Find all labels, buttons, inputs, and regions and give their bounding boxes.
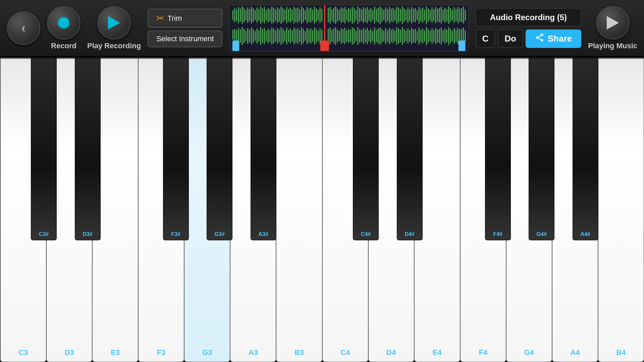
svg-rect-103 (428, 8, 429, 22)
svg-rect-69 (365, 8, 366, 21)
trim-label: Trim (167, 14, 182, 23)
svg-rect-46 (318, 10, 319, 20)
svg-rect-190 (359, 29, 360, 43)
key-C4s[interactable]: C4# (353, 58, 379, 240)
record-button-group: Record (47, 6, 80, 50)
svg-rect-6 (244, 8, 245, 22)
svg-rect-40 (307, 7, 308, 23)
svg-rect-123 (465, 9, 466, 20)
svg-rect-179 (339, 31, 340, 41)
note-do-badge: Do (498, 29, 523, 48)
svg-rect-57 (343, 8, 344, 22)
svg-rect-47 (320, 7, 321, 23)
key-B4[interactable]: B4 (598, 58, 644, 362)
record-button[interactable] (47, 6, 80, 40)
svg-rect-117 (454, 7, 455, 23)
svg-rect-118 (455, 9, 457, 21)
svg-rect-21 (271, 6, 272, 23)
key-A4s[interactable]: A4# (573, 58, 598, 240)
svg-rect-188 (356, 31, 357, 41)
svg-rect-131 (246, 31, 247, 41)
share-button[interactable]: Share (526, 29, 581, 48)
svg-rect-33 (294, 6, 295, 23)
svg-rect-159 (298, 28, 299, 44)
key-C3s[interactable]: C3# (31, 58, 57, 240)
svg-rect-106 (433, 9, 434, 21)
svg-rect-172 (321, 29, 322, 42)
svg-rect-150 (281, 27, 282, 45)
svg-rect-206 (389, 28, 390, 44)
select-instrument-label: Select Instrument (156, 35, 214, 43)
svg-rect-213 (402, 27, 403, 45)
svg-rect-129 (242, 27, 243, 45)
svg-rect-169 (316, 29, 317, 43)
svg-rect-165 (309, 29, 310, 42)
svg-rect-44 (314, 6, 315, 23)
svg-rect-114 (448, 6, 449, 23)
select-instrument-button[interactable]: Select Instrument (148, 31, 222, 47)
svg-rect-133 (249, 29, 250, 42)
svg-rect-86 (396, 6, 397, 23)
svg-rect-220 (415, 28, 416, 43)
svg-rect-119 (458, 7, 459, 23)
svg-rect-32 (292, 9, 293, 20)
svg-rect-177 (335, 27, 336, 45)
svg-point-252 (541, 34, 543, 36)
svg-rect-143 (268, 28, 269, 43)
svg-rect-250 (232, 40, 239, 51)
svg-rect-145 (271, 27, 272, 45)
svg-rect-58 (344, 7, 345, 23)
key-A3s[interactable]: A3# (251, 58, 276, 240)
share-label: Share (548, 34, 572, 44)
play-recording-button[interactable] (97, 6, 131, 40)
key-D3s[interactable]: D3# (75, 58, 101, 240)
svg-rect-126 (236, 30, 237, 42)
svg-rect-175 (331, 30, 332, 42)
svg-rect-194 (367, 28, 368, 44)
key-F3s[interactable]: F3# (163, 58, 189, 240)
key-B3[interactable]: B3 (276, 58, 322, 362)
svg-rect-208 (393, 28, 394, 43)
svg-rect-132 (247, 28, 248, 44)
svg-rect-136 (255, 31, 256, 41)
waveform-display[interactable] (229, 5, 469, 52)
svg-rect-157 (294, 27, 295, 45)
svg-rect-139 (260, 27, 261, 45)
svg-rect-71 (369, 9, 370, 20)
svg-rect-60 (348, 8, 349, 22)
svg-rect-134 (251, 27, 252, 45)
svg-rect-186 (352, 27, 353, 45)
svg-rect-49 (328, 8, 329, 22)
svg-rect-148 (277, 28, 278, 44)
svg-rect-61 (350, 9, 351, 21)
svg-rect-193 (365, 29, 366, 42)
svg-rect-50 (330, 6, 331, 23)
key-F4s[interactable]: F4# (485, 58, 511, 240)
audio-recording-panel: Audio Recording (5) C Do Share (476, 8, 582, 48)
trim-button[interactable]: ✂ Trim (148, 9, 222, 28)
svg-rect-108 (437, 8, 438, 21)
svg-rect-1 (234, 8, 235, 22)
key-G4s[interactable]: G4# (529, 58, 554, 240)
svg-rect-223 (421, 29, 422, 42)
svg-rect-144 (270, 29, 271, 42)
svg-rect-84 (393, 8, 394, 22)
svg-line-256 (538, 36, 541, 37)
svg-rect-14 (259, 9, 260, 21)
svg-rect-99 (421, 9, 422, 21)
svg-rect-41 (309, 8, 310, 21)
svg-rect-10 (251, 6, 252, 23)
svg-rect-29 (286, 7, 287, 23)
svg-rect-95 (413, 8, 414, 21)
back-button[interactable]: ‹ (7, 11, 40, 45)
svg-rect-215 (406, 31, 407, 41)
play-recording-label: Play Recording (87, 42, 141, 50)
svg-rect-227 (428, 29, 429, 43)
svg-rect-70 (367, 7, 368, 23)
playing-music-button[interactable] (596, 6, 630, 40)
svg-rect-15 (260, 6, 261, 23)
svg-rect-67 (361, 9, 362, 21)
svg-rect-156 (292, 30, 293, 41)
key-G3s[interactable]: G3# (207, 58, 232, 240)
key-D4s[interactable]: D4# (397, 58, 423, 240)
